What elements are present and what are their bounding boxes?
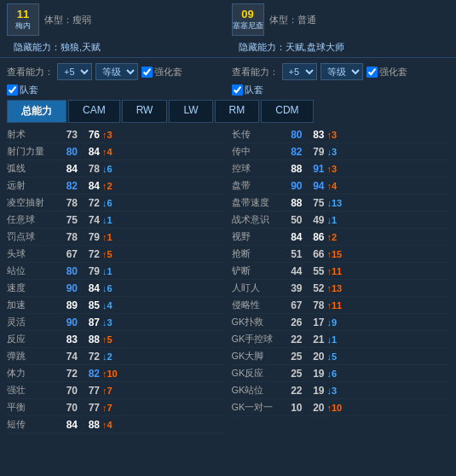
- stat-name: 短传: [7, 418, 58, 431]
- stat-val1: 78: [58, 197, 80, 209]
- stat-row: 短传 84 88 ↑4: [7, 416, 225, 433]
- grade-select-left[interactable]: 等级: [95, 63, 138, 80]
- stat-val1: 70: [58, 385, 80, 397]
- tab-rw[interactable]: RW: [122, 100, 168, 123]
- stat-val2: 86: [305, 231, 327, 243]
- stat-val2: 76: [80, 129, 102, 141]
- stat-row: GK站位 22 19 ↓3: [232, 382, 450, 399]
- plus-select-right[interactable]: +5+4+3+2+1+0: [282, 63, 317, 80]
- stat-name: 传中: [232, 145, 283, 158]
- stat-row: 盘带速度 88 75 ↓13: [232, 194, 450, 212]
- stat-row: 盘带 90 94 ↑4: [232, 177, 450, 194]
- tab-bar: 总能力 CAM RW LW RM CDM: [0, 100, 456, 123]
- stat-val2: 19: [305, 385, 327, 397]
- stat-name: 控球: [232, 162, 283, 175]
- stat-name: 弹跳: [7, 350, 58, 363]
- stat-val2: 52: [305, 282, 327, 294]
- player-type-left: 体型：瘦弱: [44, 14, 225, 26]
- stat-diff: ↓4: [102, 300, 133, 311]
- stat-val1: 67: [58, 248, 80, 260]
- stat-diff: ↓3: [327, 147, 358, 157]
- stat-val1: 25: [283, 351, 305, 363]
- stat-row: 任意球 75 74 ↓1: [7, 212, 225, 229]
- stat-val2: 55: [305, 265, 327, 277]
- stat-row: GK反应 25 19 ↓6: [232, 365, 450, 382]
- tab-lw[interactable]: LW: [169, 100, 212, 123]
- stat-val1: 84: [58, 163, 80, 175]
- stat-row: 灵活 90 87 ↓3: [7, 314, 225, 331]
- stat-row: 控球 88 91 ↑3: [232, 160, 450, 177]
- stat-val1: 73: [58, 129, 80, 141]
- stat-row: 加速 89 85 ↓4: [7, 297, 225, 314]
- stat-diff: ↓1: [102, 215, 133, 225]
- stat-val1: 25: [283, 368, 305, 380]
- stat-row: 射术 73 76 ↑3: [7, 126, 225, 143]
- stat-val2: 88: [80, 419, 102, 431]
- stat-name: 视野: [232, 230, 283, 243]
- stat-name: 抢断: [232, 247, 283, 260]
- enhance-check-right[interactable]: 强化套: [367, 66, 407, 78]
- tab-total[interactable]: 总能力: [7, 100, 66, 123]
- team-check-left[interactable]: 队套: [7, 84, 225, 96]
- stats-section: 射术 73 76 ↑3 射门力量 80 84 ↑4 弧线 84 78 ↓6 远射…: [0, 126, 456, 433]
- stat-name: 射术: [7, 128, 58, 141]
- stat-diff: ↑2: [102, 181, 133, 191]
- stat-row: 抢断 51 66 ↑15: [232, 246, 450, 263]
- stat-val2: 94: [305, 180, 327, 192]
- stat-name: 灵活: [7, 316, 58, 328]
- stat-val1: 26: [283, 316, 305, 328]
- tab-cam[interactable]: CAM: [68, 100, 120, 123]
- stat-val1: 88: [283, 163, 305, 175]
- controls-row: 查看能力： +5+4+3+2+1+0 等级 强化套 查看能力： +5+4+3+2…: [0, 60, 456, 84]
- team-check-right[interactable]: 队套: [232, 84, 450, 96]
- grade-select-right[interactable]: 等级: [320, 63, 363, 80]
- stat-val1: 39: [283, 282, 305, 294]
- stat-val1: 74: [58, 351, 80, 363]
- stat-val2: 79: [305, 146, 327, 158]
- stat-row: 平衡 70 77 ↑7: [7, 399, 225, 416]
- stat-val1: 82: [58, 180, 80, 192]
- stat-diff: ↑10: [102, 369, 133, 379]
- stat-diff: ↑7: [102, 386, 133, 396]
- tab-rm[interactable]: RM: [215, 100, 260, 123]
- player-headers: 11 梅内 体型：瘦弱 09 塞塞尼齑 体型：普通: [0, 0, 456, 39]
- stat-val2: 21: [305, 334, 327, 345]
- stat-row: 速度 90 84 ↓6: [7, 280, 225, 297]
- stat-name: GK扑救: [232, 316, 283, 328]
- stat-row: 强壮 70 77 ↑7: [7, 382, 225, 399]
- stat-val2: 17: [305, 316, 327, 328]
- stat-diff: ↑3: [327, 130, 358, 140]
- stat-val2: 77: [80, 402, 102, 414]
- stat-name: 侵略性: [232, 299, 283, 311]
- stat-val1: 70: [58, 402, 80, 414]
- stat-val1: 10: [283, 402, 305, 414]
- stat-row: 头球 67 72 ↑5: [7, 246, 225, 263]
- stat-val1: 82: [283, 146, 305, 158]
- player-info-left: 体型：瘦弱: [44, 14, 225, 26]
- player-position-left: 梅内: [15, 20, 31, 32]
- stat-row: GK手控球 22 21 ↓1: [232, 331, 450, 348]
- stat-val1: 44: [283, 265, 305, 277]
- enhance-check-left[interactable]: 强化套: [141, 66, 182, 78]
- stat-val2: 88: [80, 334, 102, 345]
- stat-row: 罚点球 78 79 ↑1: [7, 229, 225, 246]
- tab-cdm[interactable]: CDM: [261, 100, 313, 123]
- plus-select-left[interactable]: +5+4+3+2+1+0: [57, 63, 92, 80]
- stat-val1: 84: [283, 231, 305, 243]
- stat-val2: 74: [80, 214, 102, 226]
- stat-val1: 51: [283, 248, 305, 260]
- stat-val1: 72: [58, 368, 80, 380]
- stat-diff: ↑7: [102, 403, 133, 413]
- stat-diff: ↑5: [102, 334, 133, 345]
- stat-diff: ↓5: [327, 351, 358, 362]
- stat-val1: 88: [283, 197, 305, 209]
- player-badge-left: 11 梅内: [7, 3, 39, 36]
- stat-row: 弹跳 74 72 ↓2: [7, 348, 225, 365]
- stat-name: 体力: [7, 367, 58, 380]
- stat-diff: ↑3: [102, 130, 133, 140]
- stat-diff: ↓1: [102, 266, 133, 276]
- stat-name: 铲断: [232, 264, 283, 277]
- stat-row: GK大脚 25 20 ↓5: [232, 348, 450, 365]
- stat-row: GK一对一 10 20 ↑10: [232, 399, 450, 416]
- stat-name: GK站位: [232, 384, 283, 397]
